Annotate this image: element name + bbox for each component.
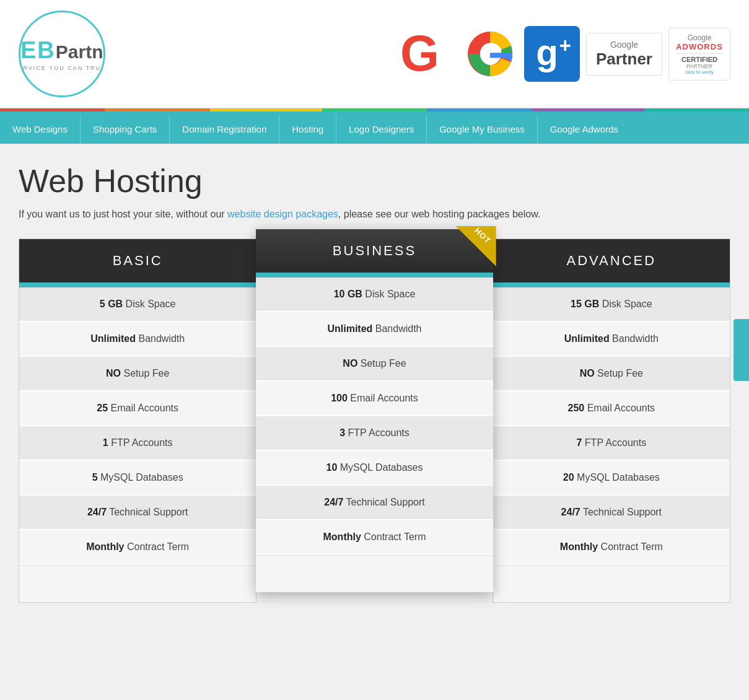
basic-row-8: Monthly Contract Term <box>19 530 256 565</box>
logo-area: WEB Partner™ SERVICE YOU CAN TRUST <box>19 11 105 97</box>
google-plus-icon: g + <box>524 26 580 82</box>
plan-advanced-divider <box>493 282 730 287</box>
logo-inner: WEB Partner™ SERVICE YOU CAN TRUST <box>19 37 105 71</box>
page-subtitle: If you want us to just host your site, w… <box>19 209 730 220</box>
business-row-4: 100 Email Accounts <box>256 382 493 416</box>
sidebar-tab[interactable] <box>734 319 749 381</box>
subtitle-before: If you want us to just host your site, w… <box>19 209 227 219</box>
business-row-8: Monthly Contract Term <box>256 520 493 555</box>
basic-row-1: 5 GB Disk Space <box>19 287 256 322</box>
svg-text:+: + <box>559 34 571 57</box>
google-partner-badge: Google Partner <box>586 33 662 76</box>
basic-footer <box>19 565 256 602</box>
business-row-3: NO Setup Fee <box>256 347 493 382</box>
plan-basic-header: BASIC <box>19 239 256 282</box>
nav-google-my-business[interactable]: Google My Business <box>427 115 538 144</box>
basic-row-6: 5 MySQL Databases <box>19 461 256 496</box>
adwords-certified-badge: Google ADWORDS CERTIFIED PARTNER click t… <box>668 28 730 81</box>
basic-row-5: 1 FTP Accounts <box>19 426 256 461</box>
main-content: Web Hosting If you want us to just host … <box>0 144 749 615</box>
plan-business-header: BUSINESS HOT <box>256 229 493 273</box>
pricing-table: BASIC 5 GB Disk Space Unlimited Bandwidt… <box>19 238 730 603</box>
business-row-7: 24/7 Technical Support <box>256 486 493 520</box>
svg-text:G: G <box>400 26 439 81</box>
advanced-row-8: Monthly Contract Term <box>493 530 730 565</box>
google-g-icon: G <box>400 26 456 82</box>
hot-badge-text: HOT <box>473 225 493 245</box>
basic-row-3: NO Setup Fee <box>19 357 256 392</box>
subtitle-after: , please see our web hosting packages be… <box>338 209 540 219</box>
logo-partner: Partner <box>56 42 105 63</box>
nav-shopping-carts[interactable]: Shopping Carts <box>81 115 170 144</box>
basic-row-7: 24/7 Technical Support <box>19 496 256 530</box>
business-row-2: Unlimited Bandwidth <box>256 312 493 347</box>
plan-advanced-name: ADVANCED <box>567 253 657 268</box>
advanced-row-7: 24/7 Technical Support <box>493 496 730 530</box>
business-row-5: 3 FTP Accounts <box>256 416 493 451</box>
plan-basic-divider <box>19 282 256 287</box>
nav-domain-registration[interactable]: Domain Registration <box>170 115 279 144</box>
basic-row-2: Unlimited Bandwidth <box>19 322 256 357</box>
header: WEB Partner™ SERVICE YOU CAN TRUST G <box>0 0 749 108</box>
logo-web: WEB <box>19 37 56 64</box>
business-row-6: 10 MySQL Databases <box>256 451 493 486</box>
plan-advanced: ADVANCED 15 GB Disk Space Unlimited Band… <box>493 238 730 603</box>
plan-basic-name: BASIC <box>113 253 163 268</box>
plan-business-name: BUSINESS <box>333 243 416 258</box>
advanced-row-3: NO Setup Fee <box>493 357 730 392</box>
basic-row-4: 25 Email Accounts <box>19 392 256 426</box>
google-label: Google <box>610 40 638 50</box>
plan-advanced-header: ADVANCED <box>493 239 730 282</box>
nav-hosting[interactable]: Hosting <box>279 115 336 144</box>
partner-label: Partner <box>596 50 652 69</box>
logo-circle: WEB Partner™ SERVICE YOU CAN TRUST <box>19 11 105 97</box>
page-title: Web Hosting <box>19 162 730 199</box>
logo-tagline: SERVICE YOU CAN TRUST <box>19 65 105 71</box>
nav-items: Web Designs Shopping Carts Domain Regist… <box>0 115 749 144</box>
plan-business: BUSINESS HOT 10 GB Disk Space Unlimited … <box>256 229 493 592</box>
advanced-row-5: 7 FTP Accounts <box>493 426 730 461</box>
main-nav: Web Designs Shopping Carts Domain Regist… <box>0 112 749 144</box>
subtitle-link[interactable]: website design packages <box>227 209 338 219</box>
google-g-logo <box>462 26 518 82</box>
svg-text:g: g <box>536 32 558 72</box>
business-row-1: 10 GB Disk Space <box>256 278 493 312</box>
advanced-row-4: 250 Email Accounts <box>493 392 730 426</box>
advanced-row-2: Unlimited Bandwidth <box>493 322 730 357</box>
nav-web-designs[interactable]: Web Designs <box>0 115 81 144</box>
business-footer <box>256 555 493 592</box>
nav-google-adwords[interactable]: Google Adwords <box>538 115 631 144</box>
nav-logo-designers[interactable]: Logo Designers <box>336 115 427 144</box>
plan-business-divider <box>256 273 493 278</box>
advanced-footer <box>493 565 730 602</box>
advanced-row-1: 15 GB Disk Space <box>493 287 730 322</box>
hot-badge: HOT <box>456 226 496 266</box>
advanced-row-6: 20 MySQL Databases <box>493 461 730 496</box>
plan-basic: BASIC 5 GB Disk Space Unlimited Bandwidt… <box>19 238 256 603</box>
partner-logos: G g + Google <box>400 26 730 82</box>
